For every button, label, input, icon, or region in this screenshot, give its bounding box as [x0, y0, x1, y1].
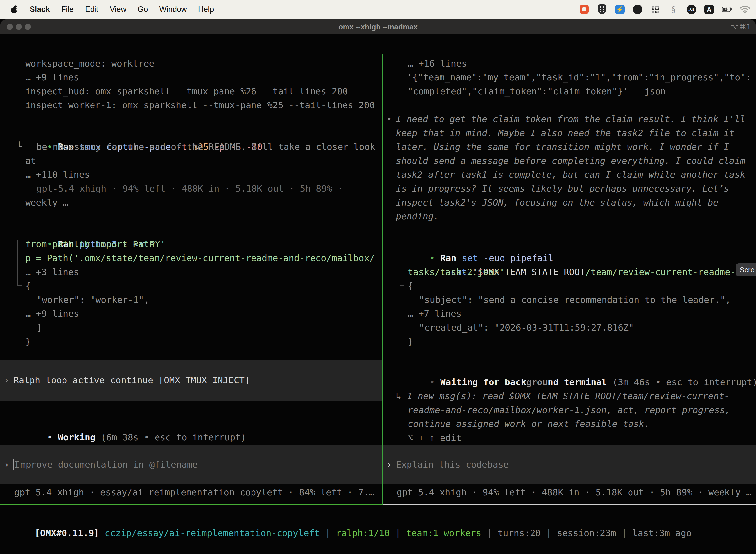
terminal-line: { [25, 279, 31, 293]
cat-command-line: cat"$OMX_TEAM_STATE_ROOT/team/review-cur… [408, 251, 756, 265]
thinking-line: task2 after task1 is complete, but can I… [396, 168, 745, 182]
window-title: omx --xhigh --madmax [0, 19, 756, 34]
thinking-line: inspect task2's JSON, focusing on the st… [396, 196, 718, 210]
edit-hint: ⌥ + ↑ edit [408, 431, 461, 445]
pane-status-line: gpt-5.4 xhigh · essay/ai-reimplementatio… [14, 486, 374, 499]
ralph-loop-banner: › Ralph loop active continue [OMX_TMUX_I… [0, 361, 382, 401]
macos-menu-bar: Slack File Edit View Go Window Help ⚡ § … [0, 0, 756, 19]
screen-tooltip: Scre [736, 263, 756, 276]
spinner-icon: • [429, 377, 435, 387]
prompt-placeholder[interactable]: Explain this codebase [396, 458, 509, 472]
battery-charging-icon[interactable] [722, 4, 732, 15]
terminal-line: inspect_worker-1: omx sparkshell --tmux-… [25, 98, 375, 112]
terminal-content: workspace_mode: worktree … +9 lines insp… [0, 54, 756, 554]
pane-border-bottom-left [0, 504, 382, 505]
terminal-line: "created_at": "2026-03-31T11:59:27.816Z" [419, 321, 634, 335]
terminal-line: at [25, 154, 36, 168]
terminal-line: … +7 lines [408, 307, 461, 321]
terminal-line: … +9 lines [25, 70, 79, 85]
menu-item-view[interactable]: View [110, 5, 126, 14]
waiting-label: Waiting for back [440, 377, 526, 387]
dark-crescent-icon[interactable] [632, 4, 643, 15]
terminal-line: ] [37, 321, 42, 335]
thinking-line: pending. [396, 210, 439, 223]
terminal-line: } [408, 335, 413, 348]
ran-python-command-line: •Ranpython3-<<'PY' [4, 223, 166, 237]
pane-status-line: gpt-5.4 xhigh · 94% left · 488K in · 5.1… [397, 486, 751, 499]
working-detail: (6m 38s • esc to interrupt) [101, 432, 246, 442]
menu-item-edit[interactable]: Edit [85, 5, 98, 14]
terminal-line: … +3 lines [25, 265, 79, 279]
ran-tmux-command-line: •Rantmuxcapture-pane-t%25-p -S -80 [4, 126, 262, 140]
shield-grid-icon[interactable] [597, 4, 607, 15]
path-segment: /team/review-current-readme-and-reco/ [585, 267, 756, 277]
menu-item-go[interactable]: Go [138, 5, 148, 14]
menu-app-name[interactable]: Slack [30, 5, 50, 14]
omx-version: [OMX#0.11.9] [35, 528, 99, 538]
omx-session-time: session:23m [557, 528, 616, 538]
waiting-detail: (3m 46s • esc to interrupt) [612, 377, 756, 387]
thinking-bullet-icon: • [386, 112, 392, 126]
terminal-line: be necessary for the end of the README. … [37, 140, 375, 154]
terminal-line: "completed","claim_token":"claim-token"}… [408, 85, 666, 98]
message-arrow-icon: ↳ [396, 389, 401, 403]
terminal-line: { [408, 279, 413, 293]
waiting-status-line: •Waiting for background terminal(3m 46s … [386, 362, 756, 375]
terminal-window: omx --xhigh --madmax ⌥⌘1 workspace_mode:… [0, 19, 756, 554]
output-connector-line [399, 254, 400, 286]
text-cursor: I [13, 459, 20, 470]
thinking-line: is in progress? It seems likely but perh… [396, 182, 729, 196]
prompt-chevron-icon: › [4, 458, 9, 472]
prompt-input-box-right[interactable]: › Explain this codebase [383, 445, 756, 484]
separator: | [622, 528, 627, 538]
thinking-line: should send a message before completing … [396, 154, 745, 168]
tmux-pane-left[interactable]: workspace_mode: worktree … +9 lines insp… [0, 54, 382, 504]
separator: | [546, 528, 552, 538]
blue-bolt-icon[interactable]: ⚡ [615, 4, 625, 15]
terminal-line: "subject": "send a concise recommendatio… [419, 293, 731, 307]
code-line: p = Path('.omx/state/team/review-current… [25, 251, 375, 265]
prompt-input-left[interactable]: Improve documentation in @filename [13, 458, 198, 472]
message-line: readme-and-reco/mailbox/worker-1.json, a… [408, 403, 730, 417]
thinking-line: keep that in mind. Maybe I also need the… [396, 126, 735, 140]
prompt-placeholder: mprove documentation in @filename [20, 459, 198, 469]
wifi-icon[interactable] [740, 4, 750, 15]
omx-team-workers: team:1 workers [406, 528, 481, 538]
window-titlebar[interactable]: omx --xhigh --madmax ⌥⌘1 [0, 19, 756, 34]
output-corner: └ [17, 140, 22, 154]
message-line: continue assigned work or next feasible … [408, 417, 649, 431]
omx-session-path: cczip/essay/ai-reimplementation-copyleft [105, 528, 320, 538]
omx-status-bar: [OMX#0.11.9]cczip/essay/ai-reimplementat… [2, 512, 692, 526]
input-source-icon[interactable]: A [704, 4, 714, 15]
menu-item-window[interactable]: Window [159, 5, 187, 14]
omx-ralph-count: ralph:1/10 [336, 528, 390, 538]
terminal-line: } [25, 335, 31, 348]
output-connector-foot [17, 285, 21, 286]
apple-menu-icon[interactable] [11, 5, 18, 14]
dots-grid-icon[interactable] [650, 4, 661, 15]
chat-app-icon[interactable] [579, 4, 589, 15]
badge-61-icon[interactable]: ..61 [686, 4, 696, 15]
terminal-line: gpt-5.4 xhigh · 94% left · 488K in · 5.1… [37, 182, 343, 196]
terminal-line: '{"team_name":"my-team","task_id":"1","f… [407, 70, 751, 85]
tmux-pane-right[interactable]: … +16 lines '{"team_name":"my-team","tas… [383, 54, 756, 504]
code-line: from pathlib import Path [25, 237, 154, 251]
menu-item-file[interactable]: File [61, 5, 74, 14]
output-connector-line [17, 240, 18, 286]
ran-set-command-line: •Ranset-euo pipefail [386, 237, 553, 251]
output-connector-foot [399, 285, 404, 286]
terminal-line: "worker": "worker-1", [37, 293, 149, 307]
separator: | [325, 528, 331, 538]
banner-text: Ralph loop active continue [OMX_TMUX_INJ… [13, 373, 250, 387]
terminal-line: weekly … [25, 196, 68, 210]
terminal-line: workspace_mode: worktree [25, 57, 154, 70]
message-line: 1 new msg(s): read $OMX_TEAM_STATE_ROOT/… [407, 389, 730, 403]
working-label: Working [58, 432, 96, 442]
waiting-label: nd terminal [548, 377, 607, 387]
pane-border-bottom-right [383, 504, 756, 505]
working-status-line: •Working(6m 38s • esc to interrupt) [4, 417, 246, 430]
terminal-line: inspect_hud: omx sparkshell --tmux-pane … [25, 85, 348, 98]
menu-item-help[interactable]: Help [198, 5, 214, 14]
prompt-input-box-left[interactable]: › Improve documentation in @filename [0, 445, 382, 484]
squiggle-icon[interactable]: § [668, 4, 679, 15]
